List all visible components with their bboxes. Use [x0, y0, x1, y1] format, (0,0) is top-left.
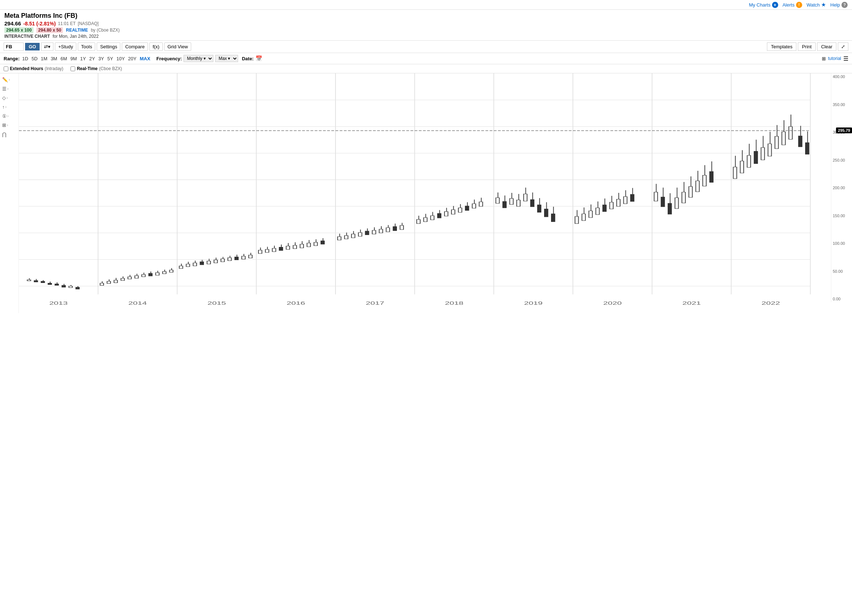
alerts-link[interactable]: Alerts !	[783, 2, 802, 8]
realtime-checkbox[interactable]	[71, 66, 75, 71]
list-tool[interactable]: ☰ ›	[2, 85, 17, 92]
range-20y[interactable]: 20Y	[127, 56, 137, 62]
svg-rect-193	[733, 167, 737, 179]
max-select[interactable]: Max ▾	[215, 55, 238, 62]
svg-rect-21	[34, 280, 38, 282]
study-button[interactable]: +Study	[55, 42, 76, 51]
magnet-icon: ⋂	[2, 131, 6, 137]
tools-button[interactable]: Tools	[78, 42, 95, 51]
svg-rect-191	[710, 172, 713, 182]
tutorial-link[interactable]: tutorial	[828, 56, 841, 61]
range-1m[interactable]: 1M	[40, 56, 48, 62]
range-max[interactable]: MAX	[139, 56, 151, 62]
svg-rect-45	[135, 276, 139, 278]
menu-icon[interactable]: ☰	[843, 55, 848, 62]
shape-arrow: ›	[6, 96, 8, 100]
svg-rect-51	[156, 273, 159, 275]
exchange-label: [NASDAQ]	[78, 21, 98, 26]
svg-text:2019: 2019	[524, 301, 543, 306]
svg-text:2016: 2016	[287, 301, 305, 306]
magnet-tool[interactable]: ⋂	[2, 131, 17, 138]
svg-rect-105	[358, 232, 362, 236]
realtime-label: Real-Time	[77, 66, 97, 71]
compare-button[interactable]: Compare	[122, 42, 148, 51]
svg-rect-213	[805, 143, 809, 154]
top-nav: My Charts + Alerts ! Watch ★ Help ?	[0, 0, 852, 10]
fx-button[interactable]: f(x)	[150, 42, 163, 51]
realtime-checkbox-label[interactable]: Real-Time (Cboe BZX)	[71, 66, 122, 71]
tutorial-icon: ⊞	[822, 56, 826, 62]
price-100: 100.00	[833, 241, 850, 245]
range-9m[interactable]: 9M	[70, 56, 78, 62]
price-main: 294.66	[5, 20, 21, 27]
svg-rect-43	[128, 277, 131, 279]
svg-rect-23	[41, 281, 45, 283]
help-link[interactable]: Help ?	[830, 2, 847, 8]
svg-rect-165	[603, 205, 606, 212]
svg-rect-157	[575, 217, 579, 224]
print-button[interactable]: Print	[798, 42, 816, 51]
svg-rect-207	[782, 132, 786, 145]
templates-button[interactable]: Templates	[767, 42, 796, 51]
svg-rect-163	[596, 208, 600, 215]
draw-tool[interactable]: ✏️ ›	[2, 76, 17, 83]
svg-rect-53	[163, 272, 166, 274]
range-6m[interactable]: 6M	[60, 56, 68, 62]
svg-rect-79	[258, 250, 262, 253]
grid-view-button[interactable]: Grid View	[164, 42, 191, 51]
extended-hours-checkbox[interactable]	[4, 66, 8, 71]
svg-rect-93	[307, 243, 311, 247]
svg-rect-199	[754, 151, 758, 164]
svg-rect-25	[48, 283, 51, 285]
range-2y[interactable]: 2Y	[88, 56, 95, 62]
go-button[interactable]: GO	[25, 43, 39, 50]
ask-badge: 294.80 x 50	[36, 27, 63, 33]
svg-rect-209	[789, 127, 792, 139]
watch-link[interactable]: Watch ★	[807, 2, 826, 8]
price-0: 0.00	[833, 297, 850, 301]
svg-rect-185	[689, 186, 692, 197]
svg-rect-33	[76, 287, 80, 289]
range-5d[interactable]: 5D	[31, 56, 39, 62]
arrow-tool[interactable]: ↑ ›	[2, 104, 17, 110]
frequency-select[interactable]: Monthly ▾	[184, 55, 213, 62]
expand-button[interactable]: ⤢	[838, 42, 848, 51]
ticker-input[interactable]	[4, 42, 24, 51]
range-3m[interactable]: 3M	[50, 56, 58, 62]
svg-rect-201	[761, 148, 765, 160]
price-line: 294.66 -8.51 (-2.81%) 11:01 ET [NASDAQ]	[5, 20, 847, 27]
extended-hours-bar: Extended Hours (Intraday) Real-Time (Cbo…	[0, 64, 852, 73]
svg-rect-149	[531, 200, 534, 207]
settings-button[interactable]: Settings	[97, 42, 120, 51]
svg-rect-85	[279, 247, 283, 251]
range-3y[interactable]: 3Y	[97, 56, 105, 62]
number-tool[interactable]: ① ›	[2, 113, 17, 119]
svg-text:2015: 2015	[207, 301, 226, 306]
range-1d[interactable]: 1D	[21, 56, 29, 62]
bid-ask-line: 294.65 x 100 294.80 x 50 REALTIME by (Cb…	[5, 27, 847, 33]
svg-rect-195	[740, 161, 744, 173]
svg-rect-103	[352, 234, 355, 238]
svg-rect-121	[424, 218, 428, 221]
svg-rect-173	[631, 194, 634, 202]
extended-hours-checkbox-label[interactable]: Extended Hours (Intraday)	[4, 66, 63, 71]
shape-tool[interactable]: ◇ ›	[2, 95, 17, 101]
clear-button[interactable]: Clear	[817, 42, 836, 51]
svg-rect-159	[582, 214, 586, 221]
svg-rect-125	[438, 214, 441, 218]
grid-tool[interactable]: ⊞ ›	[2, 122, 17, 129]
my-charts-link[interactable]: My Charts +	[749, 2, 778, 8]
range-5y[interactable]: 5Y	[107, 56, 114, 62]
chart-area[interactable]: 2013 2014 2015 2016 2017 2018 2019 2020 …	[19, 73, 852, 313]
svg-rect-197	[747, 155, 751, 167]
compare-arrows-button[interactable]: ⇄▾	[41, 42, 53, 51]
svg-rect-77	[249, 255, 252, 258]
candlestick-svg: 2013 2014 2015 2016 2017 2018 2019 2020 …	[19, 73, 852, 313]
svg-text:2022: 2022	[761, 301, 780, 306]
svg-rect-133	[465, 206, 469, 210]
range-1y[interactable]: 1Y	[80, 56, 87, 62]
svg-rect-175	[654, 192, 658, 201]
svg-rect-183	[682, 192, 686, 203]
range-10y[interactable]: 10Y	[116, 56, 125, 62]
calendar-icon[interactable]: 📅	[255, 55, 263, 62]
